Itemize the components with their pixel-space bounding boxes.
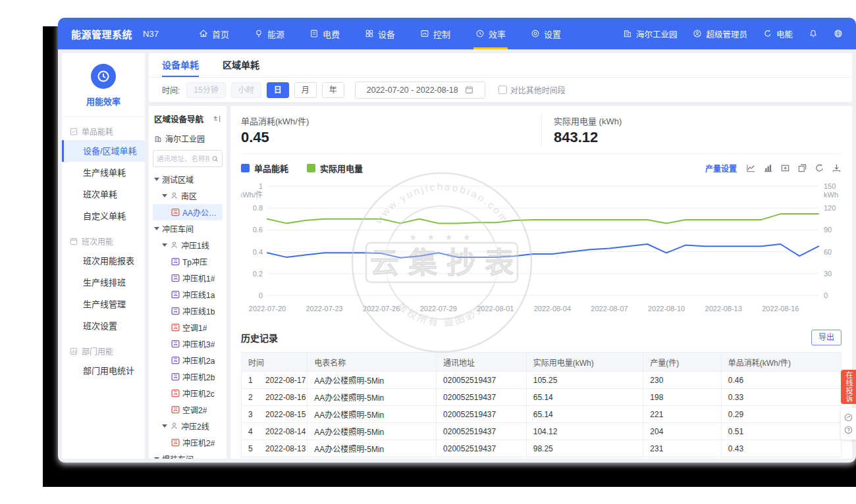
download-icon[interactable] [832, 163, 842, 173]
feedback-icon[interactable] [844, 413, 853, 422]
bell-icon[interactable] [809, 29, 818, 38]
sidebar-item[interactable]: 生产线排班 [62, 272, 145, 293]
zoom-box-icon[interactable] [780, 163, 790, 173]
tree-root-node[interactable]: 海尔工业园 [153, 133, 223, 144]
top-navigation-bar: 能源管理系统 N37 首页能源电费设备控制效率设置 海尔工业园 超级管理员 电能 [58, 18, 856, 49]
tree-node[interactable]: 冲压机3# [153, 336, 223, 352]
tree-node[interactable]: 冲压机2a [153, 352, 223, 368]
sidebar-item[interactable]: 生产线管理 [62, 293, 145, 315]
svg-text:0.8: 0.8 [253, 204, 263, 212]
table-header-cell: 单品消耗(kWh/件) [721, 353, 841, 372]
tree-search-box [153, 150, 223, 167]
tab-0[interactable]: 设备单耗 [162, 53, 199, 77]
energy-mode-switch[interactable]: 电能 [763, 28, 793, 40]
sidebar-item[interactable]: 班次单耗 [62, 184, 145, 205]
tree-node[interactable]: 冲压车间 [153, 220, 223, 237]
park-selector[interactable]: 海尔工业园 [623, 28, 678, 40]
refresh-icon[interactable] [815, 163, 824, 173]
kpi-block: 单品消耗(kWh/件)0.45 [241, 114, 541, 146]
nav-item-0[interactable]: 首页 [186, 18, 242, 49]
nav-item-3[interactable]: 设备 [352, 18, 408, 49]
bar-chart-icon[interactable] [763, 163, 773, 173]
sidebar-item[interactable]: 班次设置 [62, 315, 145, 337]
tree-search-input[interactable] [157, 155, 209, 163]
online-complaint-tab[interactable]: 在线投诉 [841, 370, 856, 404]
tree-node[interactable]: 冲压2线 [153, 418, 223, 434]
svg-text:2022-07-26: 2022-07-26 [363, 305, 400, 313]
date-range-picker[interactable]: 2022-07-20 - 2022-08-18 [355, 82, 485, 99]
granularity-button[interactable]: 小时 [231, 82, 261, 98]
sidebar-item[interactable]: 自定义单耗 [62, 205, 145, 227]
app-window: 能源管理系统 N37 首页能源电费设备控制效率设置 海尔工业园 超级管理员 电能 [58, 18, 856, 463]
caret-down-icon[interactable] [162, 424, 167, 428]
tree-node[interactable]: 冲压机2c [153, 385, 223, 401]
window-body: 用能效率 单品能耗设备/区域单耗生产线单耗班次单耗自定义单耗班次用能班次用能报表… [58, 49, 856, 463]
caret-down-icon[interactable] [154, 178, 159, 181]
tree-node[interactable]: 冲压线1b [153, 303, 223, 319]
caret-down-icon[interactable] [162, 194, 167, 197]
product-setting-link[interactable]: 产量设置 [705, 163, 737, 174]
legend-item[interactable]: 单品能耗 [241, 162, 288, 174]
chart-legend: 单品能耗实际用电量 [241, 162, 363, 174]
tree-node[interactable]: 冲压机2# [153, 434, 223, 451]
caret-down-icon[interactable] [154, 457, 159, 459]
tree-node[interactable]: 焊装车间 [153, 451, 223, 459]
nav-item-2[interactable]: 电费 [297, 18, 352, 49]
table-row[interactable]: 12022-08-17 AA办公楼照明-5Min 020052519437 10… [242, 372, 842, 389]
control-icon [420, 29, 429, 38]
table-row[interactable]: 52022-08-13 AA办公楼照明-5Min 020052519437 98… [242, 440, 842, 457]
search-icon[interactable] [211, 155, 219, 163]
nav-item-5[interactable]: 效率 [463, 18, 518, 49]
compare-toggle[interactable]: 对比其他时间段 [498, 84, 566, 95]
zoom-restore-icon[interactable] [797, 163, 807, 173]
tab-1[interactable]: 区域单耗 [223, 53, 259, 77]
tree-node[interactable]: Tp冲压 [153, 253, 223, 270]
tree-node[interactable]: 冲压机1# [153, 270, 223, 286]
help-icon[interactable] [844, 426, 853, 434]
chart-svg[interactable]: 00.20.40.60.81kWh/件0306090120150kWh2022-… [241, 177, 850, 316]
tree-node[interactable]: 南区 [153, 188, 223, 204]
export-button[interactable]: 导出 [811, 330, 842, 345]
granularity-button[interactable]: 年 [322, 82, 344, 98]
sidebar-item[interactable]: 部门用电统计 [62, 360, 145, 382]
sidebar-item[interactable]: 生产线单耗 [62, 162, 145, 184]
person-icon [170, 191, 178, 200]
tree-node[interactable]: 冲压线1a [153, 286, 223, 303]
table-row[interactable]: 42022-08-14 AA办公楼照明-5Min 020052519437 10… [242, 423, 842, 440]
history-section: 历史记录 导出 时间电表名称通讯地址实际用电量(kWh)产量(件)单品消耗(kW… [241, 330, 842, 457]
tree-node[interactable]: 测试区域 [153, 171, 223, 188]
nav-item-4[interactable]: 控制 [408, 18, 463, 49]
line-chart-icon[interactable] [746, 163, 756, 173]
caret-down-icon[interactable] [154, 227, 159, 230]
table-row[interactable]: 32022-08-15 AA办公楼照明-5Min 020052519437 65… [242, 406, 842, 423]
sidebar-item[interactable]: 设备/区域单耗 [62, 140, 145, 162]
table-row[interactable]: 22022-08-16 AA办公楼照明-5Min 020052519437 65… [242, 389, 842, 406]
sidebar-item[interactable]: 班次用能报表 [62, 250, 145, 272]
nav-right: 海尔工业园 超级管理员 电能 [623, 28, 843, 40]
tree-node[interactable]: 冲压1线 [153, 237, 223, 253]
nav-item-1[interactable]: 能源 [242, 18, 297, 49]
granularity-button[interactable]: 月 [294, 82, 317, 98]
tree-node[interactable]: 空调1# [153, 319, 223, 336]
settings-icon [531, 29, 540, 38]
tree-node[interactable]: 空调2# [153, 401, 223, 418]
legend-item[interactable]: 实际用电量 [307, 162, 363, 174]
globe-icon[interactable] [834, 29, 843, 38]
svg-text:2022-07-23: 2022-07-23 [306, 305, 342, 313]
collapse-panel-icon[interactable] [213, 114, 221, 123]
compare-checkbox[interactable] [498, 86, 507, 94]
table-header-cell: 产量(件) [643, 353, 721, 372]
caret-down-icon[interactable] [162, 243, 167, 247]
meter-icon [171, 438, 180, 447]
table-header-cell: 实际用电量(kWh) [526, 353, 643, 372]
line-chart[interactable]: 00.20.40.60.81kWh/件0306090120150kWh2022-… [241, 177, 842, 319]
kpi-block: 实际用电量 (kWh)843.12 [541, 114, 842, 146]
tree-node[interactable]: AA办公楼照明... [153, 204, 223, 220]
user-role[interactable]: 超级管理员 [693, 28, 747, 40]
svg-text:2022-08-04: 2022-08-04 [534, 305, 571, 313]
granularity-button[interactable]: 15分钟 [186, 82, 225, 98]
tree-node[interactable]: 冲压机2b [153, 368, 223, 385]
nav-item-6[interactable]: 设置 [518, 18, 574, 49]
meter-icon [171, 389, 180, 397]
granularity-button[interactable]: 日 [267, 82, 289, 98]
